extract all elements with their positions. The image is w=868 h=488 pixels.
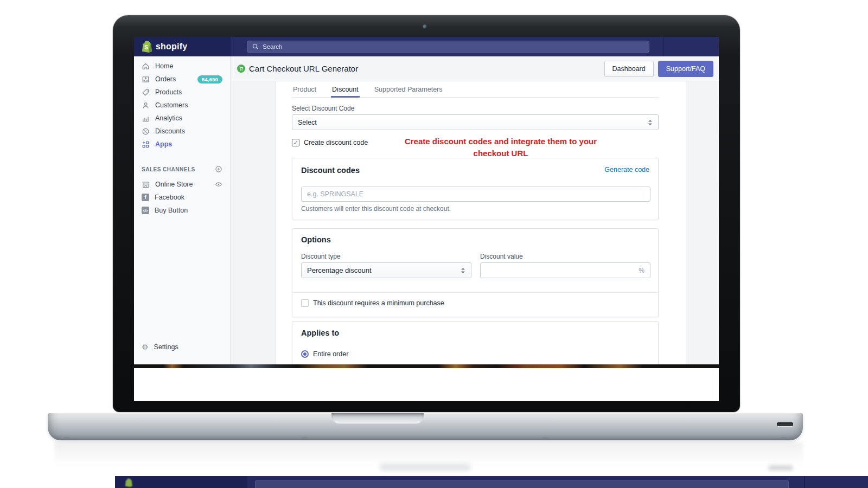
sidebar-item-facebook[interactable]: f Facebook (134, 191, 230, 204)
generate-code-link[interactable]: Generate code (604, 166, 649, 174)
orders-icon (142, 75, 150, 84)
sidebar-item-label: Orders (155, 75, 176, 83)
select-discount-code-label: Select Discount Code (292, 105, 354, 112)
sidebar-item-buy-button[interactable]: </> Buy Button (134, 204, 230, 217)
card-title: Options (301, 235, 331, 244)
support-faq-button[interactable]: Support/FAQ (658, 61, 713, 77)
laptop-bezel: S shopify Search (113, 15, 740, 412)
sidebar-item-customers[interactable]: Customers (134, 99, 230, 112)
sidebar-item-label: Facebook (155, 194, 184, 201)
home-icon (142, 62, 150, 70)
sidebar-item-settings[interactable]: ⚙ Settings (134, 341, 231, 354)
topbar-divider (663, 37, 664, 56)
hero-scene: S shopify Search (0, 0, 868, 488)
checkbox-label: This discount requires a minimum purchas… (313, 299, 444, 307)
topbar: S shopify Search (134, 37, 719, 56)
select-stepper-icon (648, 119, 653, 126)
ir-port (777, 422, 793, 426)
tab-discount[interactable]: Discount (331, 81, 360, 97)
discount-code-select[interactable]: Select (292, 114, 659, 130)
page-background: Product Discount Supported Parameters Se… (231, 81, 719, 364)
create-discount-code-checkbox[interactable]: ✓ Create discount code (292, 139, 368, 146)
radio-selected-icon (301, 350, 309, 358)
sales-channels-header: SALES CHANNELS (134, 165, 230, 174)
discount-type-select[interactable]: Percentage discount (301, 262, 471, 278)
apps-icon (142, 140, 150, 149)
tab-supported-parameters[interactable]: Supported Parameters (373, 81, 444, 97)
shopify-bag-icon: S (142, 41, 152, 53)
sidebar-item-label: Settings (154, 343, 178, 351)
discount-code-helper-text: Customers will enter this discount code … (301, 205, 451, 213)
page-title: Cart Checkout URL Generator (249, 64, 358, 73)
sales-channels-label: SALES CHANNELS (142, 166, 195, 172)
rubber-foot (781, 437, 787, 439)
search-icon (252, 43, 259, 50)
sidebar-item-products[interactable]: Products (134, 86, 230, 99)
eye-icon[interactable] (215, 181, 222, 188)
sidebar-item-label: Buy Button (155, 207, 188, 214)
laptop-mockup: S shopify Search (0, 0, 868, 488)
dashboard-button[interactable]: Dashboard (604, 61, 654, 77)
analytics-icon (142, 114, 150, 123)
facebook-icon: f (142, 194, 149, 201)
storefront-icon (142, 181, 150, 189)
rubber-foot (64, 437, 69, 439)
rubber-foot (542, 437, 548, 439)
checkbox-unchecked-icon (301, 299, 309, 307)
discount-value-input[interactable] (486, 267, 639, 274)
sidebar-item-online-store[interactable]: Online Store (134, 178, 230, 191)
options-card: Options Discount type Discount value Per… (292, 228, 659, 317)
sidebar-item-label: Apps (155, 140, 172, 148)
entire-order-radio[interactable]: Entire order (301, 350, 348, 358)
card-title: Applies to (301, 329, 339, 337)
checkbox-label: Create discount code (304, 139, 368, 146)
add-channel-button[interactable] (215, 165, 222, 173)
code-icon: </> (142, 207, 149, 214)
shopify-admin-ui: S shopify Search (134, 37, 719, 364)
laptop-screen: S shopify Search (134, 37, 719, 401)
tag-icon (142, 88, 150, 97)
webcam-icon (423, 24, 427, 29)
page-header: Cart Checkout URL Generator Dashboard Su… (231, 56, 719, 81)
gear-icon: ⚙ (142, 343, 149, 351)
search-placeholder: Search (263, 43, 282, 50)
sales-channels-list: Online Store f Facebook </> (134, 178, 230, 217)
minimum-purchase-checkbox[interactable]: This discount requires a minimum purchas… (301, 299, 444, 307)
app-icon (237, 65, 245, 73)
applies-to-card: Applies to Entire order (292, 321, 659, 364)
card-divider (292, 292, 658, 293)
card-title: Discount codes (301, 166, 360, 175)
discount-code-input[interactable] (301, 187, 650, 202)
sidebar-item-label: Online Store (155, 181, 193, 188)
sidebar-item-label: Discounts (155, 127, 185, 135)
checkbox-checked-icon: ✓ (292, 139, 299, 146)
discount-icon (142, 127, 150, 136)
header-buttons: Dashboard Support/FAQ (604, 61, 713, 77)
cropped-photo-strip (134, 364, 719, 368)
sidebar-item-apps[interactable]: Apps (134, 138, 230, 151)
sidebar-item-orders[interactable]: Orders 54,690 (134, 73, 230, 86)
sidebar-item-home[interactable]: Home (134, 60, 230, 73)
discount-type-label: Discount type (301, 253, 341, 260)
sidebar-item-label: Home (155, 62, 173, 70)
shopify-logo[interactable]: S shopify (134, 37, 231, 56)
tab-bar: Product Discount Supported Parameters (292, 81, 659, 98)
svg-text:S: S (144, 44, 148, 50)
select-value: Percentage discount (307, 266, 372, 274)
rubber-foot (302, 437, 307, 439)
sidebar-item-discounts[interactable]: Discounts (134, 125, 230, 138)
search-input[interactable]: Search (247, 41, 649, 53)
sidebar-item-label: Analytics (155, 114, 182, 122)
select-stepper-icon (461, 267, 465, 274)
red-annotation-text: Create discount codes and integrate them… (392, 136, 609, 159)
discount-value-label: Discount value (480, 253, 523, 260)
sidebar-settings: ⚙ Settings (134, 341, 231, 354)
sidebar-item-analytics[interactable]: Analytics (134, 112, 230, 125)
radio-label: Entire order (313, 350, 348, 358)
tab-product[interactable]: Product (292, 81, 317, 97)
sidebar-item-label: Products (155, 88, 182, 96)
discount-codes-card: Discount codes Generate code Customers w… (292, 158, 659, 220)
lid-notch (331, 413, 424, 423)
sidebar-item-label: Customers (155, 101, 188, 109)
content-panel: Product Discount Supported Parameters Se… (276, 81, 686, 364)
